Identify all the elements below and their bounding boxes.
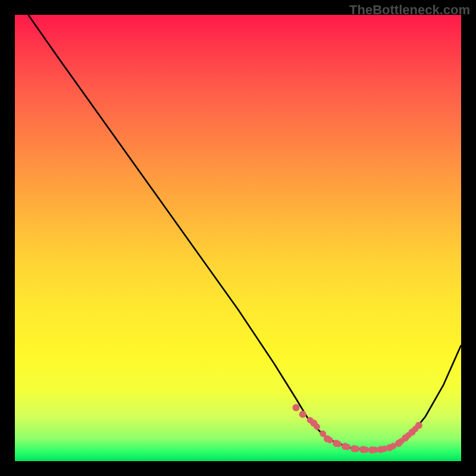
- marker-dot: [415, 422, 422, 429]
- marker-dot: [350, 445, 358, 452]
- marker-dot: [293, 404, 300, 411]
- marker-dot: [299, 411, 306, 418]
- marker-dot: [324, 436, 331, 443]
- chart-svg: [15, 15, 461, 461]
- marker-dot: [359, 446, 367, 453]
- watermark-text: TheBottleneck.com: [349, 2, 470, 18]
- marker-dot: [386, 444, 393, 452]
- marker-dot: [395, 440, 402, 447]
- marker-dot: [402, 434, 409, 441]
- plot-area: [15, 15, 461, 461]
- marker-dot: [368, 446, 375, 453]
- marker-dot: [342, 443, 349, 450]
- marker-dot: [377, 446, 384, 453]
- marker-dot: [409, 428, 416, 436]
- marker-dot: [333, 440, 340, 447]
- curve-line: [29, 15, 462, 450]
- marker-dot: [311, 419, 318, 427]
